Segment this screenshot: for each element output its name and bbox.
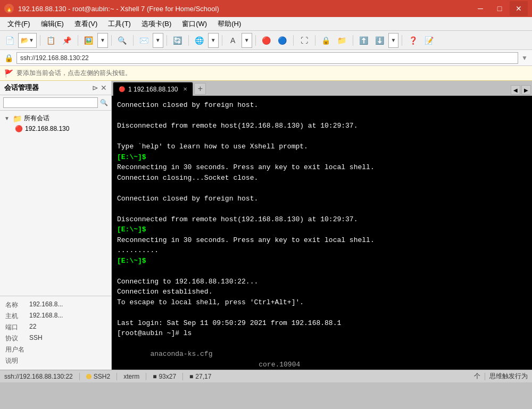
toolbar-download[interactable]: ⬇️ xyxy=(372,33,387,48)
toolbar-file[interactable]: 📁 xyxy=(335,33,350,48)
tab-nav-left[interactable]: ◀ xyxy=(511,85,520,95)
toolbar-new[interactable]: 📄 xyxy=(2,33,17,48)
sidebar-pin-button[interactable]: ⊳ xyxy=(92,84,98,92)
tree-session-item[interactable]: 🔴 192.168.88.130 xyxy=(13,124,109,133)
session-info-value-port: 22 xyxy=(27,322,108,333)
status-slogan-text: 思维触发行为 xyxy=(489,372,528,381)
menu-window[interactable]: 窗口(W) xyxy=(177,17,212,30)
tab-nav-right[interactable]: ▶ xyxy=(521,85,531,95)
terminal[interactable]: Connection closed by foreign host. Disco… xyxy=(112,96,532,370)
toolbar-compose[interactable]: ✉️ xyxy=(137,33,152,48)
session-info-label-protocol: 协议 xyxy=(3,333,27,344)
terminal-ls-output1: anaconda-ks.cfg core.10904 Downloads Pic… xyxy=(117,339,527,370)
toolbar-help[interactable]: ❓ xyxy=(405,33,420,48)
folder-icon: 📁 xyxy=(13,114,22,123)
info-bar-text: 要添加当前会话，点击左侧的箭头按钮。 xyxy=(16,69,131,78)
menu-tools[interactable]: 工具(T) xyxy=(103,17,136,30)
status-cursor-icon: ■ xyxy=(189,373,193,380)
toolbar-transfer-dropdown[interactable]: ▼ xyxy=(388,33,399,48)
toolbar-lock[interactable]: 🔒 xyxy=(319,33,334,48)
toolbar-paste[interactable]: 📌 xyxy=(60,33,74,48)
terminal-line: Type `help' to learn how to use Xshell p… xyxy=(117,141,527,152)
terminal-line: Disconnected from remote host(192.168.88… xyxy=(117,121,527,131)
tab-session[interactable]: 🔴 1 192.168.88.130 ✕ xyxy=(113,82,193,96)
address-dropdown-icon[interactable]: ▼ xyxy=(521,54,528,62)
status-terminal: xterm xyxy=(123,373,139,380)
session-info-row-protocol: 协议 SSH xyxy=(3,333,108,344)
address-input[interactable] xyxy=(16,52,518,64)
menu-tabs[interactable]: 选项卡(B) xyxy=(136,17,177,30)
sidebar: 会话管理器 ⊳ ✕ 🔍 ▼ 📁 所有会话 🔴 192.168.88.130 xyxy=(0,81,112,370)
toolbar-icon1[interactable]: 🔴 xyxy=(259,33,274,48)
menu-view[interactable]: 查看(V) xyxy=(69,17,103,30)
info-bar-icon: 🚩 xyxy=(4,69,13,78)
toolbar-sep7 xyxy=(222,35,222,46)
session-info-row-name: 名称 192.168.8... xyxy=(3,299,108,311)
toolbar-sep11 xyxy=(353,35,353,46)
minimize-button[interactable]: ─ xyxy=(471,1,489,16)
status-right: 个 思维触发行为 xyxy=(474,372,528,381)
sidebar-search-input[interactable] xyxy=(3,97,98,108)
status-path: ssh://192.168.88.130:22 xyxy=(4,373,73,380)
toolbar-sep6 xyxy=(188,35,189,46)
toolbar-font[interactable]: A xyxy=(226,33,240,48)
status-bar: ssh://192.168.88.130:22 SSH2 xterm ■ 93x… xyxy=(0,370,532,382)
status-protocol-text: SSH2 xyxy=(94,373,110,380)
session-info-label-port: 端口 xyxy=(3,322,27,333)
toolbar-expand[interactable]: ⛶ xyxy=(297,33,312,48)
terminal-line: Connection closed by foreign host. xyxy=(117,194,527,204)
window-title: 192.168.88.130 - root@aubin:~ - Xshell 7… xyxy=(18,5,219,13)
tab-label: 1 192.168.88.130 xyxy=(128,86,178,93)
toolbar-screenshot-dropdown[interactable]: ▼ xyxy=(97,33,108,48)
toolbar-globe-dropdown[interactable]: ▼ xyxy=(208,33,219,48)
toolbar-sep1 xyxy=(40,35,40,46)
session-info-label-host: 主机 xyxy=(3,311,27,322)
toolbar-upload[interactable]: ⬆️ xyxy=(356,33,371,48)
sidebar-close-button[interactable]: ✕ xyxy=(101,84,107,92)
toolbar-open-dropdown[interactable]: 📂▼ xyxy=(18,33,37,48)
toolbar-transfer[interactable]: 🔄 xyxy=(170,33,185,48)
session-icon: 🔴 xyxy=(15,125,23,132)
menu-bar: 文件(F) 编辑(E) 查看(V) 工具(T) 选项卡(B) 窗口(W) 帮助(… xyxy=(0,17,532,31)
menu-edit[interactable]: 编辑(E) xyxy=(36,17,69,30)
session-info-panel: 名称 192.168.8... 主机 192.168.8... 端口 22 协议… xyxy=(0,296,111,370)
maximize-button[interactable]: □ xyxy=(491,1,509,16)
status-caps-text: 个 xyxy=(474,372,480,381)
toolbar-screenshot[interactable]: 🖼️ xyxy=(81,33,96,48)
menu-file[interactable]: 文件(F) xyxy=(2,17,36,30)
toolbar-globe[interactable]: 🌐 xyxy=(192,33,207,48)
app-icon: 🔥 xyxy=(4,4,14,13)
session-info-label-desc: 说明 xyxy=(3,355,27,366)
session-info-label-username: 用户名 xyxy=(3,344,27,355)
search-icon: 🔍 xyxy=(100,99,108,106)
terminal-line: Reconnecting in 30 seconds. Press any ke… xyxy=(117,235,527,246)
toolbar-search[interactable]: 🔍 xyxy=(115,33,130,48)
session-info-value-protocol: SSH xyxy=(27,333,108,344)
title-bar: 🔥 192.168.88.130 - root@aubin:~ - Xshell… xyxy=(0,0,532,17)
toolbar-more[interactable]: 📝 xyxy=(421,33,436,48)
toolbar-compose-dropdown[interactable]: ▼ xyxy=(153,33,163,48)
toolbar-copy[interactable]: 📋 xyxy=(44,33,59,48)
status-size: ■ 93x27 xyxy=(153,373,176,380)
session-info-row-port: 端口 22 xyxy=(3,322,108,333)
menu-help[interactable]: 帮助(H) xyxy=(212,17,246,30)
tab-close-icon[interactable]: ✕ xyxy=(183,86,187,92)
toolbar-font-dropdown[interactable]: ▼ xyxy=(242,33,252,48)
session-info-value-host: 192.168.8... xyxy=(27,311,108,322)
tree-all-sessions[interactable]: ▼ 📁 所有会话 xyxy=(2,113,109,124)
terminal-line xyxy=(117,266,527,277)
status-size-value: 93x27 xyxy=(159,373,176,380)
terminal-line xyxy=(117,204,527,214)
status-protocol: SSH2 xyxy=(86,373,110,380)
tab-add-button[interactable]: + xyxy=(194,83,206,95)
terminal-line: Reconnecting in 30 seconds. Press any ke… xyxy=(117,162,527,173)
status-sep3 xyxy=(146,373,146,380)
toolbar-sep3 xyxy=(111,35,112,46)
toolbar-icon2[interactable]: 🔵 xyxy=(275,33,290,48)
session-info-row-host: 主机 192.168.8... xyxy=(3,311,108,322)
terminal-line: Connecting to 192.168.88.130:22... xyxy=(117,277,527,287)
tab-session-icon: 🔴 xyxy=(119,86,125,92)
toolbar-sep4 xyxy=(133,35,134,46)
status-sep5 xyxy=(485,373,485,380)
close-button[interactable]: ✕ xyxy=(510,1,528,16)
